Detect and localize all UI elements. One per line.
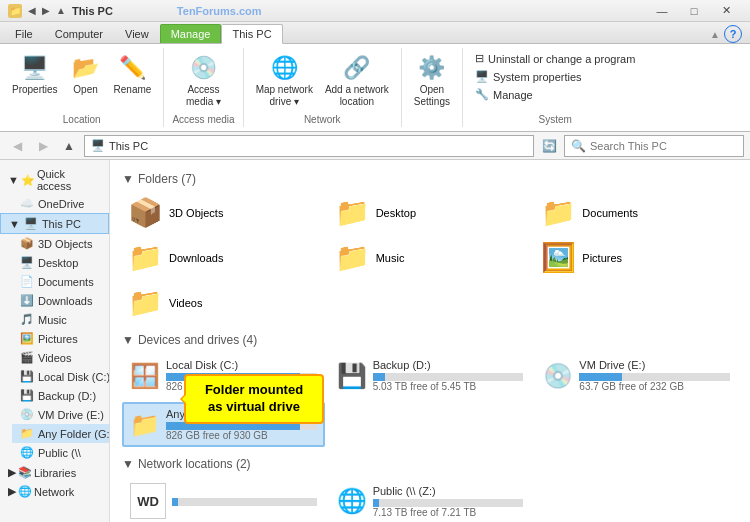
open-label: Open <box>73 84 97 96</box>
backupd-icon: 💾 <box>20 389 34 402</box>
sidebar-item-pictures[interactable]: 🖼️ Pictures <box>12 329 109 348</box>
drive-backupd[interactable]: 💾 Backup (D:) 5.03 TB free of 5.45 TB <box>329 353 532 398</box>
sidebar-item-downloads[interactable]: ⬇️ Downloads <box>12 291 109 310</box>
properties-label: Properties <box>12 84 58 96</box>
help-btn[interactable]: ? <box>724 25 742 43</box>
onedrive-label: OneDrive <box>38 198 84 210</box>
drive-vme[interactable]: 💿 VM Drive (E:) 63.7 GB free of 232 GB <box>535 353 738 398</box>
settings-icon: ⚙️ <box>416 52 448 84</box>
uninstall-label: Uninstall or change a program <box>488 53 635 65</box>
sidebar-item-3dobjects[interactable]: 📦 3D Objects <box>12 234 109 253</box>
address-path[interactable]: 🖥️ This PC <box>84 135 534 157</box>
maximize-btn[interactable]: □ <box>678 0 710 22</box>
folder-pictures[interactable]: 🖼️ Pictures <box>535 237 738 278</box>
refresh-btn[interactable]: 🔄 <box>538 135 560 157</box>
folder-pictures-name: Pictures <box>582 252 622 264</box>
ribbon-group-settings: ⚙️ OpenSettings <box>402 48 463 127</box>
callout-text: Folder mounted as virtual drive <box>205 382 303 414</box>
folder-desktop[interactable]: 📁 Desktop <box>329 192 532 233</box>
network-chevron: ▶ <box>8 485 16 498</box>
ribbon-group-access-media: 💿 Accessmedia ▾ Access media <box>164 48 243 127</box>
tab-view[interactable]: View <box>114 24 160 43</box>
folder-downloads-icon: 📁 <box>128 241 163 274</box>
3dobjects-icon: 📦 <box>20 237 34 250</box>
network-wd-icon: WD <box>130 483 166 519</box>
title-back-btn[interactable]: ◀ <box>26 5 38 16</box>
access-media-btn[interactable]: 💿 Accessmedia ▾ <box>182 50 225 110</box>
network-section-label: Network locations (2) <box>138 457 251 471</box>
folder-downloads[interactable]: 📁 Downloads <box>122 237 325 278</box>
sidebar-item-desktop[interactable]: 🖥️ Desktop <box>12 253 109 272</box>
system-group-label: System <box>538 114 571 125</box>
sidebar-item-thispc[interactable]: ▼ 🖥️ This PC <box>0 213 109 234</box>
folder-documents-name: Documents <box>582 207 638 219</box>
up-btn[interactable]: ▲ <box>58 135 80 157</box>
drive-backupd-icon: 💾 <box>337 362 367 390</box>
sidebar: ▼ ⭐ Quick access ☁️ OneDrive ▼ 🖥️ This P… <box>0 160 110 522</box>
sidebar-section-quickaccess[interactable]: ▼ ⭐ Quick access <box>0 164 109 194</box>
open-settings-btn[interactable]: ⚙️ OpenSettings <box>410 50 454 110</box>
folder-downloads-name: Downloads <box>169 252 223 264</box>
sidebar-item-vme[interactable]: 💿 VM Drive (E:) <box>12 405 109 424</box>
network-wd[interactable]: WD <box>122 477 325 522</box>
title-up-btn[interactable]: ▲ <box>54 5 68 16</box>
drive-vme-icon: 💿 <box>543 362 573 390</box>
back-btn[interactable]: ◀ <box>6 135 28 157</box>
properties-btn[interactable]: 🖥️ Properties <box>8 50 62 98</box>
sidebar-item-videos[interactable]: 🎬 Videos <box>12 348 109 367</box>
sidebar-item-onedrive[interactable]: ☁️ OneDrive <box>12 194 109 213</box>
uninstall-icon: ⊟ <box>475 52 484 65</box>
system-properties-btn[interactable]: 🖥️ System properties <box>471 68 586 85</box>
folder-music-icon: 📁 <box>335 241 370 274</box>
ribbon-content: 🖥️ Properties 📂 Open ✏️ Rename Location … <box>0 44 750 132</box>
sidebar-section-libraries[interactable]: ▶ 📚 Libraries <box>0 462 109 481</box>
open-btn[interactable]: 📂 Open <box>66 50 106 98</box>
drive-anyg-icon: 📁 <box>130 411 160 439</box>
folder-music[interactable]: 📁 Music <box>329 237 532 278</box>
sidebar-item-anyg[interactable]: 📁 Any Folder (G:) <box>12 424 109 443</box>
quickaccess-icon: ⭐ <box>21 174 35 187</box>
minimize-btn[interactable]: — <box>646 0 678 22</box>
sidebar-item-music[interactable]: 🎵 Music <box>12 310 109 329</box>
videos-icon: 🎬 <box>20 351 34 364</box>
sidebar-item-public[interactable]: 🌐 Public (\\ <box>12 443 109 462</box>
3dobjects-label: 3D Objects <box>38 238 92 250</box>
add-network-location-btn[interactable]: 🔗 Add a networklocation <box>321 50 393 110</box>
brand-watermark: TenForums.com <box>177 5 262 17</box>
rename-label: Rename <box>114 84 152 96</box>
tab-computer[interactable]: Computer <box>44 24 114 43</box>
path-text: This PC <box>109 140 148 152</box>
drive-anyg[interactable]: 📁 Any Folder (G:) 826 GB free of 930 GB … <box>122 402 325 447</box>
tab-thispc[interactable]: This PC <box>221 24 282 44</box>
desktop-icon: 🖥️ <box>20 256 34 269</box>
title-forward-btn[interactable]: ▶ <box>40 5 52 16</box>
documents-icon: 📄 <box>20 275 34 288</box>
folder-videos[interactable]: 📁 Videos <box>122 282 325 323</box>
forward-btn[interactable]: ▶ <box>32 135 54 157</box>
tab-file[interactable]: File <box>4 24 44 43</box>
map-network-drive-btn[interactable]: 🌐 Map networkdrive ▾ <box>252 50 317 110</box>
folder-documents[interactable]: 📁 Documents <box>535 192 738 233</box>
sidebar-item-localc[interactable]: 💾 Local Disk (C:) <box>12 367 109 386</box>
sidebar-item-backupd[interactable]: 💾 Backup (D:) <box>12 386 109 405</box>
folders-section-header[interactable]: ▼ Folders (7) <box>122 172 738 186</box>
tab-manage[interactable]: Manage <box>160 24 222 43</box>
sidebar-item-documents[interactable]: 📄 Documents <box>12 272 109 291</box>
downloads-icon: ⬇️ <box>20 294 34 307</box>
search-input[interactable] <box>590 140 737 152</box>
map-network-label: Map networkdrive ▾ <box>256 84 313 108</box>
drives-section-header[interactable]: ▼ Devices and drives (4) <box>122 333 738 347</box>
uninstall-btn[interactable]: ⊟ Uninstall or change a program <box>471 50 639 67</box>
sidebar-section-network[interactable]: ▶ 🌐 Network <box>0 481 109 500</box>
manage-btn[interactable]: 🔧 Manage <box>471 86 537 103</box>
ribbon-collapse-btn[interactable]: ▲ <box>710 29 720 40</box>
folder-3dobjects[interactable]: 📦 3D Objects <box>122 192 325 233</box>
network-section-header[interactable]: ▼ Network locations (2) <box>122 457 738 471</box>
network-group-label: Network <box>304 114 341 125</box>
folder-pictures-icon: 🖼️ <box>541 241 576 274</box>
thispc-label: This PC <box>42 218 81 230</box>
ribbon-tabs: File Computer View Manage This PC ▲ ? <box>0 22 750 44</box>
rename-btn[interactable]: ✏️ Rename <box>110 50 156 98</box>
close-btn[interactable]: ✕ <box>710 0 742 22</box>
network-publicz[interactable]: 🌐 Public (\\ (Z:) 7.13 TB free of 7.21 T… <box>329 477 532 522</box>
